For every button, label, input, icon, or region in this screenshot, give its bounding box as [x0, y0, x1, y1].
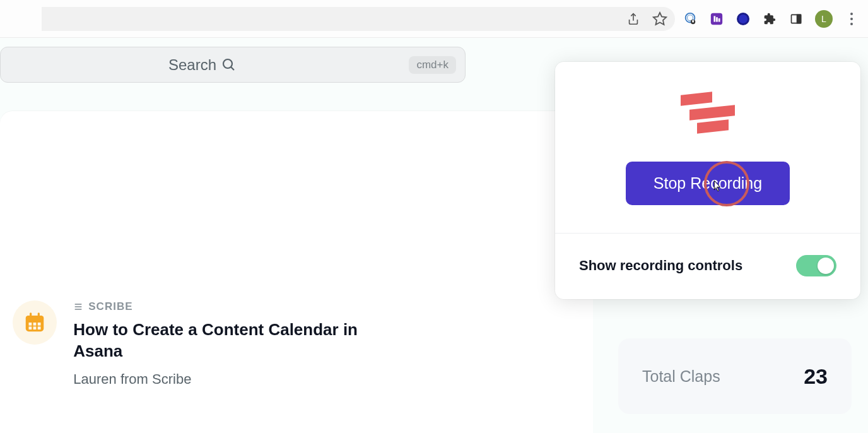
doc-type-label: SCRIBE	[88, 300, 132, 313]
bookmark-star-icon[interactable]	[651, 10, 669, 28]
doc-title: How to Create a Content Calendar in Asan…	[73, 319, 366, 362]
stop-recording-button[interactable]: Stop Recording	[626, 162, 790, 205]
svg-marker-0	[654, 13, 666, 25]
extension-popup: Stop Recording Show recording controls	[555, 62, 860, 299]
extension-icon-3[interactable]	[736, 11, 751, 27]
recording-controls-label: Show recording controls	[579, 258, 742, 274]
content-area: Search cmd+k uren d with Me plate task i…	[0, 38, 593, 433]
svg-rect-8	[718, 18, 720, 22]
stat-card: Total Claps 23	[618, 338, 852, 414]
browser-header: L	[0, 0, 868, 38]
doc-type: SCRIBE	[73, 300, 366, 313]
svg-point-12	[223, 59, 232, 68]
extension-icon-2[interactable]	[709, 11, 724, 27]
stat-label: Total Claps	[642, 367, 720, 386]
popup-bottom: Show recording controls	[555, 234, 860, 299]
svg-rect-21	[29, 326, 32, 329]
svg-rect-19	[33, 323, 37, 326]
page-body: Search cmd+k uren d with Me plate task i…	[0, 38, 868, 433]
profile-avatar[interactable]: L	[815, 10, 833, 28]
svg-rect-20	[38, 323, 41, 326]
svg-rect-15	[26, 316, 44, 321]
doc-meta: SCRIBE How to Create a Content Calendar …	[73, 300, 366, 388]
svg-rect-4	[692, 20, 694, 22]
doc-author: Lauren from Scribe	[73, 371, 366, 388]
svg-rect-18	[29, 323, 32, 326]
svg-rect-11	[797, 15, 801, 23]
toggle-knob	[818, 258, 834, 274]
scribe-logo-icon	[681, 93, 735, 133]
svg-rect-7	[716, 17, 718, 21]
main-card: uren d with Me plate task in	[0, 111, 593, 433]
extension-icon-1[interactable]	[683, 11, 698, 27]
svg-rect-22	[33, 326, 37, 329]
calendar-icon	[13, 300, 57, 345]
stop-recording-label: Stop Recording	[654, 174, 762, 192]
share-icon[interactable]	[625, 10, 642, 28]
panel-icon[interactable]	[789, 11, 804, 27]
search-area: Search cmd+k	[0, 47, 466, 83]
stat-value: 23	[804, 364, 828, 389]
extension-row: L	[683, 10, 859, 28]
svg-rect-23	[38, 326, 41, 329]
address-bar[interactable]	[42, 7, 675, 31]
svg-rect-17	[38, 312, 40, 317]
svg-rect-6	[713, 16, 715, 21]
svg-line-13	[231, 67, 234, 70]
popup-top: Stop Recording	[555, 62, 860, 234]
recording-controls-toggle[interactable]	[796, 255, 836, 276]
search-input[interactable]: Search cmd+k	[0, 47, 466, 83]
svg-rect-16	[30, 312, 32, 317]
search-label: Search	[168, 56, 216, 74]
list-icon	[73, 302, 83, 312]
list-item[interactable]: SCRIBE How to Create a Content Calendar …	[13, 300, 366, 388]
search-shortcut: cmd+k	[409, 56, 456, 74]
document-list: plate task in SCRIBE How to Create a	[0, 300, 366, 388]
extensions-puzzle-icon[interactable]	[762, 11, 777, 27]
search-icon	[221, 57, 237, 73]
browser-menu-icon[interactable]	[844, 11, 859, 27]
